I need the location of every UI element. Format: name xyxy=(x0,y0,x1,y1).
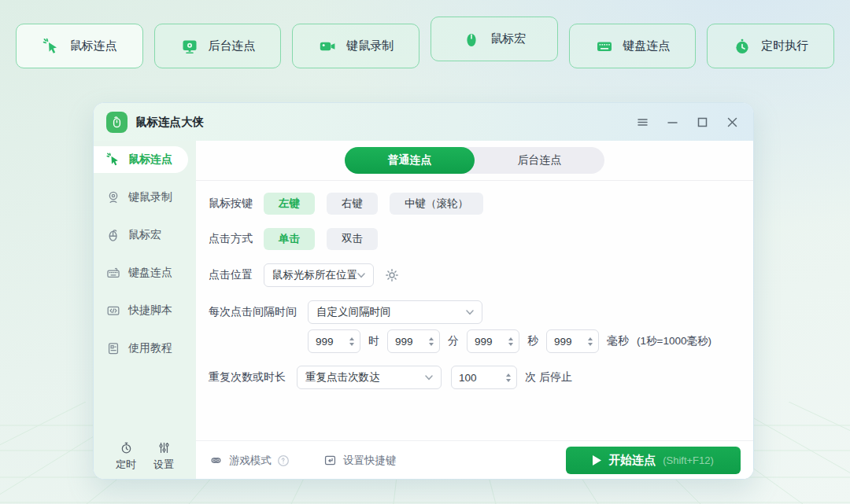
sidebar-settings-button[interactable]: 设置 xyxy=(153,440,174,472)
action-bar: 游戏模式 设置快捷键 开始连点 xyxy=(196,440,753,480)
interval-fields-row: 999 时 999 分 999 秒 999 xyxy=(308,329,753,353)
sidebar-footer-label: 设置 xyxy=(153,458,174,472)
milliseconds-input[interactable]: 999 xyxy=(546,329,599,353)
webcam-icon xyxy=(105,189,121,205)
game-mode-label: 游戏模式 xyxy=(229,454,272,468)
nav-mouse-clicker-button[interactable]: 鼠标连点 xyxy=(16,24,143,68)
start-button-label: 开始连点 xyxy=(608,453,656,468)
middle-button-chip[interactable]: 中键（滚轮） xyxy=(390,193,483,215)
click-mode-row: 点击方式 单击 双击 xyxy=(209,228,753,250)
top-launcher-nav: 鼠标连点 后台连点 键鼠录制 鼠标宏 xyxy=(16,24,834,68)
interval-label: 每次点击间隔时间 xyxy=(209,305,297,319)
nav-button-label: 键鼠录制 xyxy=(346,39,394,53)
milliseconds-unit: 毫秒 xyxy=(607,334,629,348)
repeat-count-value: 100 xyxy=(459,372,501,384)
camera-icon xyxy=(318,37,337,56)
sidebar-item-tutorial[interactable]: 使用教程 xyxy=(94,335,196,362)
cursor-click-icon xyxy=(105,152,121,167)
chevron-down-icon xyxy=(466,310,474,315)
gamepad-icon xyxy=(209,453,224,468)
nav-record-button[interactable]: 键鼠录制 xyxy=(292,24,419,68)
nav-button-label: 定时执行 xyxy=(761,39,808,53)
spinner[interactable] xyxy=(588,337,593,346)
seconds-unit: 秒 xyxy=(527,334,538,348)
repeat-mode-select[interactable]: 重复点击次数达 xyxy=(297,366,442,389)
click-mode-label: 点击方式 xyxy=(209,232,253,246)
chevron-down-icon xyxy=(357,273,365,278)
help-circle-icon[interactable] xyxy=(277,454,290,467)
left-button-chip[interactable]: 左键 xyxy=(264,193,315,215)
click-position-value: 鼠标光标所在位置 xyxy=(272,268,357,282)
sidebar-item-label: 键鼠录制 xyxy=(128,190,172,204)
mouse-logo-icon xyxy=(110,116,124,129)
spinner[interactable] xyxy=(508,337,513,346)
start-clicking-button[interactable]: 开始连点 (Shift+F12) xyxy=(566,447,741,474)
main-content: 普通连点 后台连点 鼠标按键 左键 右键 中键（滚轮） 点击方式 xyxy=(196,141,753,480)
gear-icon[interactable] xyxy=(383,267,401,284)
stopwatch-icon xyxy=(733,37,752,56)
sidebar-item-mouse-macro[interactable]: 鼠标宏 xyxy=(94,222,196,248)
nav-keyboard-clicker-button[interactable]: 键盘连点 xyxy=(569,24,697,68)
timer-icon xyxy=(119,440,134,455)
sidebar: 鼠标连点 键鼠录制 鼠标宏 xyxy=(94,141,196,480)
settings-sliders-icon xyxy=(157,440,172,455)
minutes-input[interactable]: 999 xyxy=(387,329,440,353)
interval-preset-value: 自定义间隔时间 xyxy=(316,305,391,319)
interval-preset-row: 每次点击间隔时间 自定义间隔时间 xyxy=(209,300,753,324)
sidebar-item-quick-script[interactable]: 快捷脚本 xyxy=(94,297,196,324)
sidebar-item-mouse-clicker[interactable]: 鼠标连点 xyxy=(94,146,188,173)
maximize-icon[interactable] xyxy=(696,116,709,129)
nav-button-label: 鼠标连点 xyxy=(70,39,117,53)
tab-background-click[interactable]: 后台连点 xyxy=(475,147,604,174)
spinner[interactable] xyxy=(349,337,354,346)
nav-button-label: 鼠标宏 xyxy=(490,31,526,46)
hours-value: 999 xyxy=(316,336,345,348)
sidebar-item-label: 使用教程 xyxy=(128,341,172,355)
sidebar-item-label: 鼠标宏 xyxy=(128,228,161,242)
set-hotkey-label: 设置快捷键 xyxy=(343,454,397,468)
cursor-click-icon xyxy=(42,37,61,56)
close-icon[interactable] xyxy=(726,116,739,129)
keyboard-icon xyxy=(105,265,121,281)
double-click-chip[interactable]: 双击 xyxy=(327,228,378,250)
set-hotkey-button[interactable]: 设置快捷键 xyxy=(323,453,397,468)
repeat-row: 重复次数或时长 重复点击次数达 100 次 后停止 xyxy=(209,366,753,389)
window-title: 鼠标连点大侠 xyxy=(135,115,204,130)
click-position-select[interactable]: 鼠标光标所在位置 xyxy=(264,263,374,287)
minutes-value: 999 xyxy=(395,336,424,348)
seconds-input[interactable]: 999 xyxy=(467,329,519,353)
app-window: 鼠标连点大侠 鼠标连点 xyxy=(93,102,754,480)
tab-normal-click[interactable]: 普通连点 xyxy=(345,147,475,174)
mouse-button-label: 鼠标按键 xyxy=(209,197,253,211)
right-button-chip[interactable]: 右键 xyxy=(327,193,378,215)
start-button-hotkey: (Shift+F12) xyxy=(663,454,714,466)
spinner[interactable] xyxy=(429,337,434,346)
repeat-count-input[interactable]: 100 xyxy=(451,366,517,389)
nav-button-label: 键盘连点 xyxy=(623,39,671,53)
app-logo xyxy=(106,112,128,133)
hours-input[interactable]: 999 xyxy=(308,329,360,353)
tab-label: 普通连点 xyxy=(388,153,432,167)
hotkey-icon xyxy=(323,453,338,468)
tutorial-icon xyxy=(105,340,121,356)
nav-timed-run-button[interactable]: 定时执行 xyxy=(707,24,834,68)
game-mode-toggle[interactable]: 游戏模式 xyxy=(209,453,290,468)
monitor-icon xyxy=(180,37,199,56)
sidebar-item-label: 快捷脚本 xyxy=(128,304,172,318)
sidebar-timer-button[interactable]: 定时 xyxy=(116,440,136,472)
window-controls xyxy=(636,116,739,129)
sidebar-item-keyboard-clicker[interactable]: 键盘连点 xyxy=(94,259,196,286)
menu-icon[interactable] xyxy=(636,116,649,129)
play-icon xyxy=(593,455,601,465)
repeat-suffix: 次 后停止 xyxy=(525,370,572,384)
minimize-icon[interactable] xyxy=(666,116,679,129)
nav-background-clicker-button[interactable]: 后台连点 xyxy=(154,24,282,68)
sidebar-footer-label: 定时 xyxy=(116,458,136,472)
sidebar-item-record[interactable]: 键鼠录制 xyxy=(94,184,196,211)
nav-mouse-macro-button[interactable]: 鼠标宏 xyxy=(431,17,558,61)
title-bar: 鼠标连点大侠 xyxy=(94,103,753,141)
single-click-chip[interactable]: 单击 xyxy=(264,228,315,250)
interval-preset-select[interactable]: 自定义间隔时间 xyxy=(308,300,482,324)
spinner[interactable] xyxy=(506,373,511,382)
repeat-label: 重复次数或时长 xyxy=(209,370,286,384)
